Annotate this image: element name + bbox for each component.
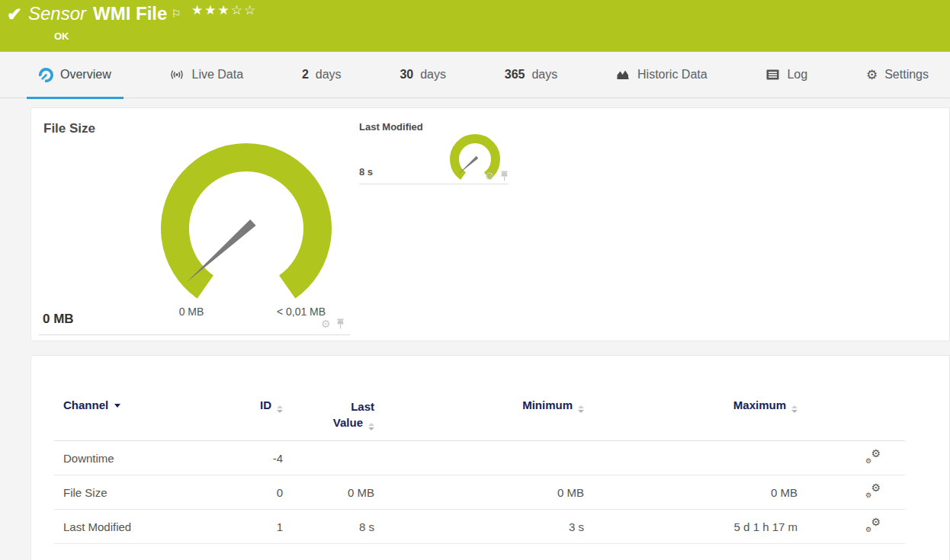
channel-name: Last Modified <box>54 520 245 533</box>
tab-2-days-number: 2 <box>302 68 309 82</box>
channel-settings-gears-icon[interactable]: ⚙ ⚙ <box>865 450 881 464</box>
tab-historic-data[interactable]: Historic Data <box>604 52 720 98</box>
column-header-minimum[interactable]: Minimum <box>374 398 584 413</box>
file-size-gauge-max-label: < 0,01 MB <box>255 306 347 318</box>
gear-icon: ⚙ <box>871 517 881 527</box>
sensor-name: WMI File <box>93 3 167 24</box>
sort-icon <box>791 405 798 413</box>
channel-id: 1 <box>245 520 283 533</box>
gear-icon: ⚙ <box>871 448 881 459</box>
channel-maximum: 5 d 1 h 17 m <box>584 520 798 533</box>
settings-gear-icon: ⚙ <box>866 69 878 82</box>
tab-settings[interactable]: ⚙ Settings <box>854 52 941 98</box>
last-modified-current-value: 8 s <box>359 166 373 178</box>
gear-icon[interactable]: ⚙ <box>485 171 495 181</box>
tab-2-days-label: days <box>316 68 342 82</box>
table-row-downtime: Downtime -4 ⚙ ⚙ <box>54 441 905 475</box>
sensor-tab-bar: Overview Live Data 2 days 30 days 365 da… <box>0 52 950 98</box>
column-header-last-value-line2: Value <box>333 416 363 429</box>
file-size-current-value: 0 MB <box>43 312 74 327</box>
channel-settings-gears-icon[interactable]: ⚙ ⚙ <box>865 485 881 498</box>
tab-log-label: Log <box>787 68 807 82</box>
gauge-needle <box>458 156 479 174</box>
tab-30-days[interactable]: 30 days <box>387 52 458 98</box>
channel-name: File Size <box>54 486 245 499</box>
channel-maximum: 0 MB <box>584 486 798 499</box>
tab-settings-label: Settings <box>884 68 929 82</box>
channel-settings-gears-icon[interactable]: ⚙ ⚙ <box>865 519 881 533</box>
gear-icon: ⚙ <box>865 492 871 499</box>
gear-icon: ⚙ <box>865 526 871 533</box>
status-ok-check-icon: ✔ <box>7 5 22 24</box>
file-size-widget-tools: ⚙ <box>321 318 345 329</box>
table-row-file-size: File Size 0 0 MB 0 MB 0 MB ⚙ ⚙ <box>54 475 905 510</box>
gauge-needle <box>187 219 256 282</box>
tab-30-days-number: 30 <box>400 68 413 82</box>
channel-table-header-row: Channel ID Last Value Minimum Maximum <box>54 398 905 441</box>
column-header-id-label: ID <box>260 398 271 411</box>
pin-icon[interactable] <box>500 171 509 181</box>
sort-icon <box>368 423 374 430</box>
file-size-widget-divider <box>39 334 350 335</box>
broadcast-icon <box>169 68 185 82</box>
column-header-last-value[interactable]: Last Value <box>283 398 374 430</box>
pin-icon[interactable] <box>336 318 345 329</box>
file-size-gauge <box>155 137 338 320</box>
column-header-maximum[interactable]: Maximum <box>584 398 798 413</box>
tab-30-days-label: days <box>420 68 446 82</box>
flag-icon[interactable]: ⚐ <box>171 2 181 25</box>
sensor-title: SensorWMI File⚐ <box>28 2 181 25</box>
tab-overview[interactable]: Overview <box>27 52 124 98</box>
sort-direction-caret-icon <box>114 404 120 408</box>
tab-live-data[interactable]: Live Data <box>157 52 255 98</box>
tab-log[interactable]: Log <box>753 52 820 98</box>
column-header-minimum-label: Minimum <box>522 398 573 411</box>
channel-minimum: 0 MB <box>374 486 584 499</box>
column-header-channel[interactable]: Channel <box>54 398 245 411</box>
tab-2-days[interactable]: 2 days <box>290 52 354 98</box>
channel-id: 0 <box>245 486 283 499</box>
tab-historic-data-label: Historic Data <box>637 68 708 82</box>
channel-name: Downtime <box>54 452 245 465</box>
gauges-panel: File Size 0 MB < 0,01 MB 0 MB ⚙ Last Mod… <box>30 107 950 341</box>
channel-table: Channel ID Last Value Minimum Maximum Do… <box>54 398 905 544</box>
column-header-id[interactable]: ID <box>245 398 283 413</box>
column-header-last-value-line1: Last <box>351 400 374 413</box>
gear-icon: ⚙ <box>865 458 871 465</box>
area-chart-icon <box>616 69 631 81</box>
sort-icon <box>578 405 584 413</box>
last-modified-widget-divider <box>359 184 509 184</box>
tab-overview-label: Overview <box>60 68 111 82</box>
gear-icon: ⚙ <box>871 482 881 493</box>
file-size-gauge-min-label: 0 MB <box>153 306 229 318</box>
log-list-icon <box>765 69 780 81</box>
channel-last-value: 0 MB <box>283 486 374 499</box>
last-modified-gauge-title: Last Modified <box>359 121 423 133</box>
tab-365-days[interactable]: 365 days <box>493 52 570 98</box>
channel-id: -4 <box>245 452 283 465</box>
tab-365-days-label: days <box>531 68 557 82</box>
channels-panel: Channel ID Last Value Minimum Maximum Do… <box>30 355 950 560</box>
last-modified-widget-tools: ⚙ <box>485 171 509 181</box>
column-header-maximum-label: Maximum <box>733 398 786 411</box>
tab-live-data-label: Live Data <box>191 68 243 82</box>
column-header-channel-label: Channel <box>63 398 108 411</box>
file-size-gauge-title: File Size <box>43 121 95 136</box>
tab-365-days-number: 365 <box>505 68 525 82</box>
channel-last-value: 8 s <box>283 520 374 533</box>
gauge-icon <box>39 68 53 82</box>
sort-icon <box>277 405 283 413</box>
sensor-status-header: ✔ SensorWMI File⚐ ★★★☆☆ OK <box>0 0 950 52</box>
priority-stars[interactable]: ★★★☆☆ <box>191 2 257 18</box>
sensor-status-text: OK <box>54 30 69 42</box>
table-row-last-modified: Last Modified 1 8 s 3 s 5 d 1 h 17 m ⚙ ⚙ <box>54 510 905 544</box>
gear-icon[interactable]: ⚙ <box>321 318 331 329</box>
object-kind-label: Sensor <box>28 3 86 24</box>
channel-minimum: 3 s <box>374 520 584 533</box>
